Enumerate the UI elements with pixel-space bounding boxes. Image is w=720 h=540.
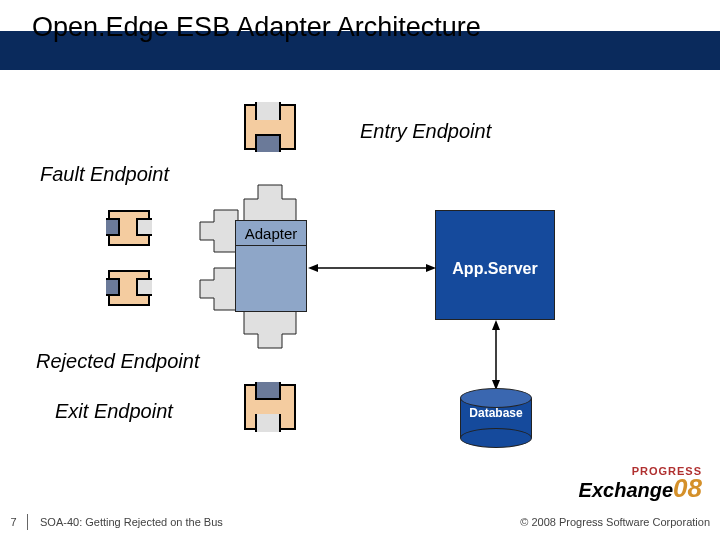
exit-endpoint-port bbox=[244, 384, 296, 430]
rejected-endpoint-label: Rejected Endpoint bbox=[36, 350, 199, 373]
database-label: Database bbox=[460, 406, 532, 420]
adapter-bottom-stub bbox=[244, 310, 296, 352]
page-number: 7 bbox=[0, 514, 28, 530]
svg-marker-4 bbox=[492, 320, 500, 330]
adapter-box: Adapter bbox=[235, 220, 307, 246]
rejected-endpoint-port bbox=[108, 270, 150, 306]
appserver-label: App.Server bbox=[435, 260, 555, 278]
copyright: © 2008 Progress Software Corporation bbox=[520, 516, 710, 528]
entry-endpoint-label: Entry Endpoint bbox=[360, 120, 491, 143]
talk-title: SOA-40: Getting Rejected on the Bus bbox=[40, 516, 520, 528]
appserver-db-arrow bbox=[490, 320, 502, 394]
logo-main: Exchange bbox=[579, 479, 673, 501]
slide-footer: 7 SOA-40: Getting Rejected on the Bus © … bbox=[0, 504, 720, 540]
fault-endpoint-port bbox=[108, 210, 150, 246]
logo-brand: PROGRESS bbox=[632, 465, 702, 477]
exchange-logo: PROGRESS Exchange08 bbox=[579, 473, 702, 504]
exit-endpoint-label: Exit Endpoint bbox=[55, 400, 173, 423]
logo-year: 08 bbox=[673, 473, 702, 503]
fault-endpoint-label: Fault Endpoint bbox=[40, 163, 169, 186]
page-title: Open.Edge ESB Adapter Architecture bbox=[32, 12, 481, 43]
adapter-left-bottom-stub bbox=[200, 268, 238, 314]
entry-endpoint-port bbox=[244, 104, 296, 150]
adapter-left-top-stub bbox=[200, 210, 238, 256]
svg-marker-1 bbox=[308, 264, 318, 272]
architecture-diagram: Entry Endpoint Fault Endpoint Rejected E… bbox=[0, 70, 720, 500]
svg-marker-2 bbox=[426, 264, 436, 272]
adapter-appserver-arrow bbox=[308, 260, 436, 278]
